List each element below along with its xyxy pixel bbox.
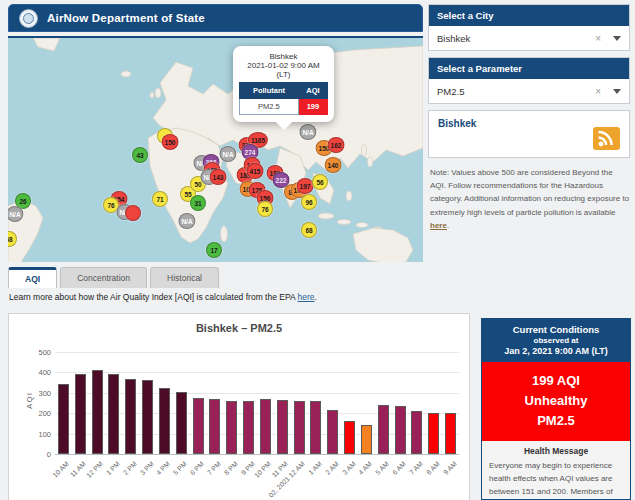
- chevron-down-icon[interactable]: [613, 36, 621, 41]
- chart-bar[interactable]: [260, 399, 271, 454]
- chevron-down-icon[interactable]: [613, 89, 621, 94]
- chart-bar[interactable]: [209, 399, 220, 454]
- cc-aqi-value: 199 AQI: [486, 371, 626, 391]
- chart-bar[interactable]: [125, 379, 136, 454]
- city-clear-icon[interactable]: ×: [595, 33, 601, 44]
- note-suffix: .: [447, 221, 449, 230]
- cc-title: Current Conditions: [486, 324, 626, 335]
- y-tick-label: 100: [21, 430, 51, 439]
- gridline: [55, 454, 459, 455]
- parameter-clear-icon[interactable]: ×: [595, 86, 601, 97]
- aqi-marker[interactable]: 68: [301, 222, 317, 238]
- chart-bar[interactable]: [159, 388, 170, 454]
- dos-seal-icon: [19, 9, 38, 28]
- aqi-marker[interactable]: 71: [152, 191, 168, 207]
- chart-bar[interactable]: [310, 401, 321, 454]
- popup-col-pollutant: Pollutant: [240, 83, 299, 99]
- aqi-marker[interactable]: 56: [312, 174, 328, 190]
- learn-more-text: Learn more about how the Air Quality Ind…: [9, 292, 317, 302]
- popup-table: Pollutant AQI PM2.5 199: [239, 82, 328, 115]
- chart-bar[interactable]: [411, 411, 422, 454]
- map-popup: Bishkek 2021-01-02 9:00 AM (LT) Pollutan…: [233, 46, 334, 122]
- current-conditions-header: Current Conditions observed at Jan 2, 20…: [482, 319, 630, 362]
- chart-bar[interactable]: [361, 425, 372, 454]
- aqi-marker[interactable]: 197: [297, 178, 314, 194]
- learn-more-prefix: Learn more about how the Air Quality Ind…: [9, 292, 298, 302]
- tab-concentration[interactable]: Concentration: [60, 267, 147, 288]
- note-text: Note: Values above 500 are considered Be…: [430, 168, 629, 217]
- city-select[interactable]: Bishkek ×: [429, 26, 629, 50]
- y-tick-label: 400: [21, 368, 51, 377]
- chart-bar[interactable]: [395, 406, 406, 454]
- city-select-value: Bishkek: [437, 33, 595, 44]
- parameter-select-value: PM2.5: [437, 86, 595, 97]
- gridline: [55, 372, 459, 373]
- current-conditions-card: Current Conditions observed at Jan 2, 20…: [481, 318, 631, 500]
- aqi-marker[interactable]: [125, 205, 141, 221]
- rss-icon[interactable]: [593, 127, 620, 150]
- bar-chart-plot: AQI 010020030040050010 AM11 AM12 PM1 PM2…: [55, 352, 459, 454]
- learn-more-suffix: .: [315, 292, 317, 302]
- aqi-marker[interactable]: 76: [257, 201, 273, 217]
- chart-bar[interactable]: [75, 374, 86, 454]
- chart-bar[interactable]: [108, 374, 119, 454]
- aqi-marker[interactable]: 415: [247, 163, 264, 179]
- epa-here-link[interactable]: here: [298, 292, 315, 302]
- cc-parameter: PM2.5: [486, 411, 626, 431]
- y-tick-label: 0: [21, 450, 51, 459]
- app-header: AirNow Department of State: [8, 4, 423, 32]
- select-parameter-title: Select a Parameter: [429, 58, 629, 79]
- aqi-marker[interactable]: 150: [162, 134, 179, 150]
- y-tick-label: 200: [21, 409, 51, 418]
- tab-historical[interactable]: Historical: [150, 267, 219, 288]
- note-here-link[interactable]: here: [430, 221, 447, 230]
- map-land: [8, 38, 423, 262]
- select-city-title: Select a City: [429, 5, 629, 26]
- chart-bar[interactable]: [378, 405, 389, 454]
- y-tick-label: 300: [21, 389, 51, 398]
- world-map[interactable]: 4315015476N/A71555031N/AN/A20217155N/A14…: [8, 36, 423, 262]
- popup-timezone: (LT): [239, 70, 328, 79]
- chart-bar[interactable]: [428, 413, 439, 454]
- chart-bar[interactable]: [142, 380, 153, 454]
- tab-aqi[interactable]: AQI: [8, 267, 57, 288]
- aqi-note: Note: Values above 500 are considered Be…: [430, 166, 630, 232]
- aqi-marker[interactable]: 143: [210, 169, 227, 185]
- parameter-select[interactable]: PM2.5 ×: [429, 79, 629, 103]
- aqi-chart-card: Bishkek – PM2.5 AQI 010020030040050010 A…: [8, 313, 470, 500]
- chart-bar[interactable]: [226, 401, 237, 454]
- cc-subtitle: observed at: [486, 336, 626, 345]
- cc-aqi-block: 199 AQI Unhealthy PM2.5: [482, 362, 630, 441]
- popup-city: Bishkek: [239, 52, 328, 61]
- select-city-panel: Select a City Bishkek ×: [428, 4, 630, 51]
- aqi-marker[interactable]: 162: [328, 137, 345, 153]
- chart-bar[interactable]: [277, 400, 288, 454]
- gridline: [55, 352, 459, 353]
- cc-health-text: Everyone may begin to experience health …: [489, 460, 623, 500]
- chart-bar[interactable]: [58, 384, 69, 454]
- popup-datetime: 2021-01-02 9:00 AM: [239, 61, 328, 70]
- y-tick-label: 500: [21, 348, 51, 357]
- chart-title: Bishkek – PM2.5: [9, 322, 469, 334]
- chart-bar[interactable]: [92, 370, 103, 454]
- popup-pollutant-value: PM2.5: [240, 99, 299, 115]
- aqi-marker[interactable]: 43: [132, 147, 148, 163]
- chart-bar[interactable]: [294, 401, 305, 454]
- cc-health-title: Health Message: [489, 446, 623, 456]
- cc-health-section: Health Message Everyone may begin to exp…: [482, 441, 630, 500]
- app-title: AirNow Department of State: [47, 12, 205, 24]
- aqi-marker[interactable]: 96: [301, 194, 317, 210]
- aqi-marker[interactable]: 17: [206, 242, 222, 258]
- chart-bar[interactable]: [176, 392, 187, 454]
- chart-bar[interactable]: [193, 398, 204, 454]
- aqi-marker[interactable]: 140: [325, 157, 342, 173]
- chart-bar[interactable]: [445, 413, 456, 454]
- select-parameter-panel: Select a Parameter PM2.5 ×: [428, 57, 630, 104]
- chart-bar[interactable]: [327, 410, 338, 454]
- chart-bar[interactable]: [243, 401, 254, 454]
- cc-category: Unhealthy: [486, 391, 626, 411]
- popup-col-aqi: AQI: [298, 83, 327, 99]
- view-tabs: AQI Concentration Historical: [8, 267, 219, 288]
- chart-bar[interactable]: [344, 421, 355, 454]
- aqi-marker[interactable]: 31: [190, 195, 206, 211]
